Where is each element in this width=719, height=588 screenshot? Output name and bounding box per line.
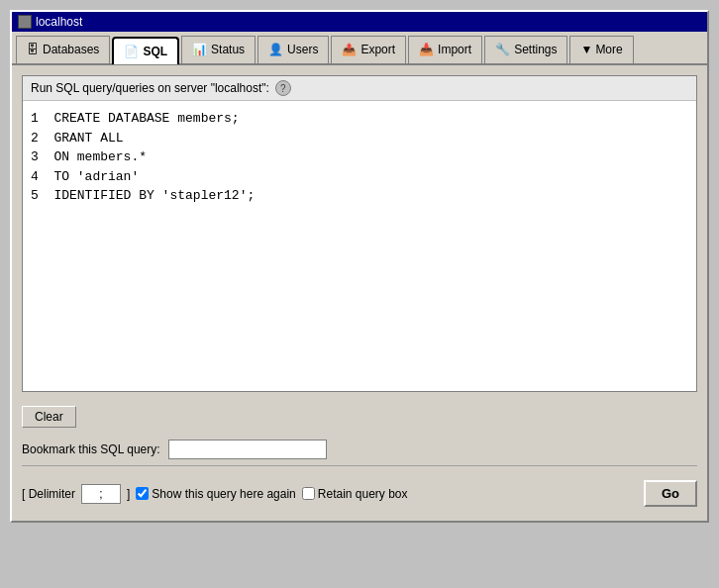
tab-users-label: Users (287, 43, 318, 56)
tab-settings-label: Settings (514, 43, 557, 56)
bottom-left: [ Delimiter ] Show this query here again… (22, 484, 408, 504)
tab-import-label: Import (438, 43, 471, 56)
tab-sql[interactable]: 📄 SQL (112, 37, 179, 64)
button-row: Clear (22, 400, 697, 434)
delimiter-close-bracket: ] (127, 487, 130, 501)
databases-icon: 🗄 (27, 43, 39, 56)
clear-button[interactable]: Clear (22, 406, 76, 428)
main-content: Run SQL query/queries on server "localho… (12, 65, 707, 521)
tab-export-label: Export (360, 43, 395, 56)
go-button[interactable]: Go (644, 480, 697, 507)
tab-export[interactable]: 📤 Export (331, 36, 406, 63)
title-bar: localhost (12, 12, 707, 32)
query-panel: Run SQL query/queries on server "localho… (22, 75, 697, 392)
tab-more[interactable]: ▼ More (569, 36, 633, 63)
sql-icon: 📄 (124, 45, 139, 58)
tab-databases[interactable]: 🗄 Databases (16, 36, 110, 63)
tab-status-label: Status (211, 43, 245, 56)
more-arrow-icon: ▼ (580, 43, 592, 56)
query-panel-header: Run SQL query/queries on server "localho… (23, 76, 696, 101)
sql-input[interactable] (23, 101, 696, 388)
tab-bar: 🗄 Databases 📄 SQL 📊 Status 👤 Users 📤 Exp… (12, 32, 707, 65)
retain-checkbox[interactable] (302, 487, 315, 500)
bookmark-label: Bookmark this SQL query: (22, 442, 160, 456)
tab-settings[interactable]: 🔧 Settings (484, 36, 567, 63)
bottom-bar: [ Delimiter ] Show this query here again… (22, 474, 697, 511)
tab-import[interactable]: 📥 Import (408, 36, 482, 63)
bookmark-input[interactable] (168, 440, 327, 459)
import-icon: 📥 (419, 43, 434, 56)
settings-icon: 🔧 (495, 43, 510, 56)
tab-sql-label: SQL (143, 45, 167, 58)
delimiter-open-bracket: [ Delimiter (22, 487, 75, 501)
users-icon: 👤 (268, 43, 283, 56)
tab-databases-label: Databases (43, 43, 99, 56)
tab-more-label: More (595, 43, 622, 56)
window-title: localhost (36, 15, 82, 29)
main-window: localhost 🗄 Databases 📄 SQL 📊 Status 👤 U… (10, 10, 709, 523)
tab-status[interactable]: 📊 Status (181, 36, 256, 63)
retain-label[interactable]: Retain query box (302, 487, 408, 501)
tab-users[interactable]: 👤 Users (257, 36, 329, 63)
status-icon: 📊 (192, 43, 207, 56)
help-icon[interactable]: ? (275, 80, 291, 96)
bookmark-row: Bookmark this SQL query: (22, 434, 697, 466)
export-icon: 📤 (342, 43, 357, 56)
delimiter-input[interactable] (81, 484, 121, 504)
show-again-label[interactable]: Show this query here again (136, 487, 295, 501)
window-icon (18, 15, 32, 29)
show-again-checkbox[interactable] (136, 487, 149, 500)
query-panel-title: Run SQL query/queries on server "localho… (31, 81, 269, 95)
